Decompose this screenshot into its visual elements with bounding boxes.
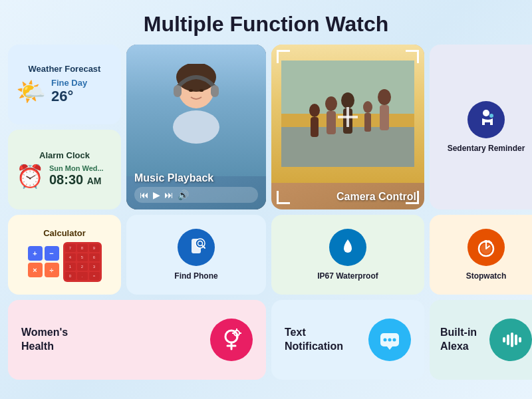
alarm-info: Sun Mon Wed... 08:30 AM (49, 164, 104, 188)
calculator-card[interactable]: Calculator + − × ÷ 789 456 123 0.= (8, 215, 121, 295)
svg-rect-17 (364, 113, 371, 132)
waterproof-label: IP67 Waterproof (317, 271, 378, 281)
camera-corner-tl (277, 50, 290, 63)
text-notification-icon (378, 328, 402, 352)
music-volume-btn[interactable]: 🔊 (178, 190, 189, 200)
waterproof-icon-circle (329, 229, 366, 266)
svg-rect-2 (174, 85, 182, 97)
svg-point-14 (341, 92, 354, 108)
music-person-svg (156, 64, 236, 157)
svg-point-43 (384, 338, 387, 342)
stopwatch-label: Stopwatch (466, 271, 507, 281)
weather-temperature: 26° (51, 88, 87, 105)
svg-point-23 (489, 114, 493, 118)
svg-rect-49 (515, 334, 517, 345)
music-prev-btn[interactable]: ⏮ (140, 190, 149, 200)
alexa-card[interactable]: Built-inAlexa (430, 300, 532, 380)
find-phone-icon (186, 237, 207, 258)
sedentary-icon (475, 109, 497, 130)
alexa-icon-circle (489, 319, 532, 361)
weather-body: 🌤️ Fine Day 26° (16, 78, 87, 106)
weather-description: Fine Day (51, 78, 87, 88)
svg-rect-46 (503, 337, 505, 342)
music-controls[interactable]: ⏮ ▶ ⏭ 🔊 (134, 187, 258, 203)
text-notification-icon-circle (368, 319, 411, 361)
svg-point-10 (309, 104, 320, 117)
music-label: Music Playback (134, 172, 258, 184)
calculator-operator-btns: + − × ÷ (28, 246, 59, 277)
sedentary-card[interactable]: Sedentary Reminder (430, 45, 532, 209)
calc-add-btn[interactable]: + (28, 246, 43, 261)
camera-corner-tr (406, 50, 419, 63)
svg-point-6 (173, 110, 219, 144)
text-notification-card[interactable]: TextNotification (271, 300, 424, 380)
page-title: Multiple Function Watch (0, 0, 532, 45)
womens-health-card[interactable]: Women'sHealth (8, 300, 266, 380)
camera-background: Camera Control (271, 45, 424, 209)
svg-rect-50 (519, 337, 521, 342)
text-notification-label: TextNotification (285, 326, 343, 354)
svg-point-44 (388, 338, 392, 342)
alarm-days: Sun Mon Wed... (49, 164, 104, 172)
svg-point-16 (363, 101, 372, 113)
svg-point-45 (393, 338, 396, 342)
calculator-body: + − × ÷ 789 456 123 0.= (28, 242, 102, 282)
alarm-time: 08:30 AM (49, 172, 104, 188)
find-phone-icon-circle (178, 229, 215, 266)
music-visual (126, 45, 266, 176)
calc-div-btn[interactable]: ÷ (45, 263, 59, 277)
alarm-card[interactable]: Alarm Clock ⏰ Sun Mon Wed... 08:30 AM (8, 130, 121, 209)
womens-health-label: Women'sHealth (21, 326, 68, 354)
svg-rect-3 (211, 85, 219, 97)
svg-rect-47 (507, 334, 509, 345)
sedentary-label: Sedentary Reminder (448, 144, 525, 153)
camera-card[interactable]: Camera Control (271, 45, 424, 209)
stopwatch-icon-circle (467, 229, 505, 266)
music-background: Music Playback ⏮ ▶ ⏭ 🔊 (126, 45, 266, 209)
camera-people-svg (281, 61, 414, 167)
alexa-label: Built-inAlexa (440, 326, 477, 354)
weather-icon: 🌤️ (16, 78, 46, 106)
calculator-numpad: 789 456 123 0.= (63, 242, 102, 282)
sedentary-icon-circle (467, 101, 505, 138)
alarm-body: ⏰ Sun Mon Wed... 08:30 AM (16, 163, 104, 190)
svg-point-4 (189, 89, 193, 92)
calc-mul-btn[interactable]: × (28, 263, 43, 277)
svg-point-22 (483, 110, 489, 116)
camera-label: Camera Control (336, 191, 416, 203)
music-play-btn[interactable]: ▶ (153, 190, 160, 200)
svg-rect-11 (311, 117, 319, 137)
stopwatch-icon (475, 237, 497, 258)
svg-rect-13 (327, 111, 336, 134)
find-phone-label: Find Phone (174, 271, 217, 281)
alarm-icon: ⏰ (16, 163, 44, 190)
weather-info: Fine Day 26° (51, 78, 87, 105)
music-card[interactable]: Music Playback ⏮ ▶ ⏭ 🔊 (126, 45, 266, 209)
svg-point-18 (378, 89, 391, 105)
alarm-title: Alarm Clock (16, 150, 113, 160)
music-next-btn[interactable]: ⏭ (164, 190, 174, 200)
waterproof-card[interactable]: IP67 Waterproof (271, 215, 424, 295)
svg-point-12 (325, 96, 337, 111)
calculator-title: Calculator (43, 228, 86, 238)
stopwatch-card[interactable]: Stopwatch (430, 215, 532, 295)
womens-health-icon (219, 328, 243, 352)
alexa-icon (499, 328, 523, 352)
weather-title: Weather Forecast (16, 64, 113, 74)
find-phone-card[interactable]: Find Phone (126, 215, 266, 295)
svg-point-34 (225, 331, 237, 342)
main-grid: Weather Forecast 🌤️ Fine Day 26° (0, 45, 532, 385)
womens-health-icon-circle (210, 319, 253, 361)
camera-corner-bl (277, 191, 290, 204)
svg-point-5 (200, 89, 203, 92)
camera-visual (271, 45, 424, 183)
weather-card[interactable]: Weather Forecast 🌤️ Fine Day 26° (8, 45, 121, 124)
calc-sub-btn[interactable]: − (45, 246, 59, 261)
waterproof-icon (337, 237, 358, 258)
svg-rect-19 (380, 105, 389, 130)
svg-rect-48 (511, 332, 513, 347)
